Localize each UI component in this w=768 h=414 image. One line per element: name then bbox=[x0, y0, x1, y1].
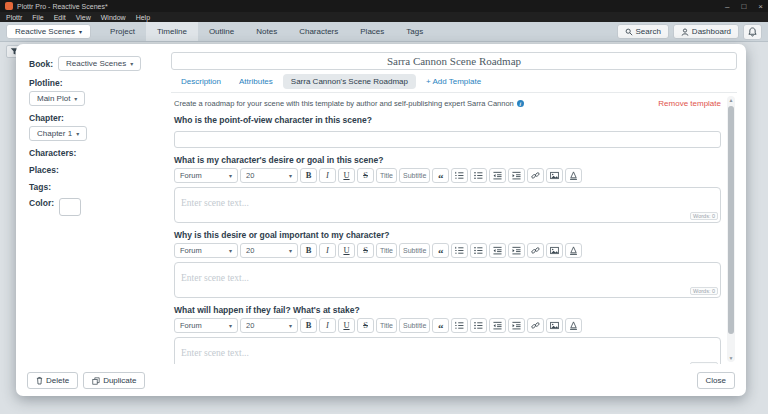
image-button[interactable] bbox=[546, 243, 563, 258]
word-count-badge: Words: 0 bbox=[690, 287, 718, 295]
nav-tab-characters[interactable]: Characters bbox=[288, 22, 349, 41]
rce-editor-area[interactable]: Enter scene text... Words: 0 bbox=[174, 262, 721, 298]
title-style-button[interactable]: Title bbox=[376, 318, 397, 333]
outdent-button[interactable] bbox=[489, 318, 506, 333]
nav-tab-timeline[interactable]: Timeline bbox=[146, 22, 198, 41]
menu-edit[interactable]: Edit bbox=[54, 14, 66, 21]
font-family-select[interactable]: Forum ▾ bbox=[174, 168, 238, 183]
link-button[interactable] bbox=[527, 168, 544, 183]
maximize-button[interactable]: □ bbox=[741, 2, 746, 11]
text-color-button[interactable] bbox=[565, 168, 582, 183]
characters-label[interactable]: Characters: bbox=[29, 148, 76, 158]
blockquote-button[interactable]: “ bbox=[432, 168, 449, 183]
info-icon[interactable]: i bbox=[517, 100, 524, 107]
card-tab[interactable]: + Add Template bbox=[418, 74, 489, 89]
minimize-button[interactable]: – bbox=[725, 2, 729, 11]
italic-button[interactable]: I bbox=[319, 318, 336, 333]
duplicate-button[interactable]: Duplicate bbox=[83, 372, 145, 389]
underline-button[interactable]: U bbox=[338, 318, 355, 333]
dashboard-button[interactable]: Dashboard bbox=[673, 24, 739, 39]
bold-button[interactable]: B bbox=[300, 168, 317, 183]
strikethrough-button[interactable]: S bbox=[357, 168, 374, 183]
strikethrough-button[interactable]: S bbox=[357, 318, 374, 333]
numbered-list-button[interactable] bbox=[451, 168, 468, 183]
menu-plottr[interactable]: Plottr bbox=[6, 14, 22, 21]
question-block: Who is the point-of-view character in th… bbox=[174, 115, 721, 148]
outdent-button[interactable] bbox=[489, 243, 506, 258]
search-button[interactable]: Search bbox=[617, 24, 669, 39]
card-tab[interactable]: Sarra Cannon's Scene Roadmap bbox=[283, 74, 416, 89]
close-window-button[interactable]: × bbox=[758, 2, 763, 11]
numbered-list-button[interactable] bbox=[451, 243, 468, 258]
subtitle-style-button[interactable]: Subtitle bbox=[399, 243, 430, 258]
rce-editor-area[interactable]: Enter scene text... Words: 0 bbox=[174, 337, 721, 365]
tags-label[interactable]: Tags: bbox=[29, 182, 51, 192]
menu-window[interactable]: Window bbox=[101, 14, 126, 21]
title-style-button[interactable]: Title bbox=[376, 243, 397, 258]
nav-tab-notes[interactable]: Notes bbox=[245, 22, 288, 41]
underline-button[interactable]: U bbox=[338, 243, 355, 258]
places-label[interactable]: Places: bbox=[29, 165, 59, 175]
nav-tab-outline[interactable]: Outline bbox=[198, 22, 245, 41]
title-style-button[interactable]: Title bbox=[376, 168, 397, 183]
book-select[interactable]: Reactive Scenes ▾ bbox=[58, 56, 141, 71]
card-tab[interactable]: Attributes bbox=[231, 74, 281, 89]
scroll-up-arrow-icon[interactable]: ▲ bbox=[727, 96, 735, 104]
chapter-select[interactable]: Chapter 1 ▾ bbox=[29, 126, 87, 141]
color-swatch-picker[interactable] bbox=[59, 198, 81, 216]
subtitle-style-button[interactable]: Subtitle bbox=[399, 318, 430, 333]
indent-button[interactable] bbox=[508, 318, 525, 333]
outdent-button[interactable] bbox=[489, 168, 506, 183]
bulleted-list-button[interactable] bbox=[470, 243, 487, 258]
numbered-list-button[interactable] bbox=[451, 318, 468, 333]
remove-template-link[interactable]: Remove template bbox=[658, 99, 721, 108]
text-color-button[interactable] bbox=[565, 318, 582, 333]
scroll-down-arrow-icon[interactable]: ▼ bbox=[727, 354, 735, 362]
font-family-select[interactable]: Forum ▾ bbox=[174, 318, 238, 333]
color-label: Color: bbox=[29, 198, 54, 208]
scrollbar-thumb[interactable] bbox=[728, 106, 734, 334]
card-tab[interactable]: Description bbox=[173, 74, 229, 89]
underline-button[interactable]: U bbox=[338, 168, 355, 183]
subtitle-style-button[interactable]: Subtitle bbox=[399, 168, 430, 183]
link-button[interactable] bbox=[527, 243, 544, 258]
menu-file[interactable]: File bbox=[32, 14, 43, 21]
font-size-select[interactable]: 20 ▾ bbox=[240, 168, 298, 183]
bold-button[interactable]: B bbox=[300, 318, 317, 333]
plotline-select[interactable]: Main Plot ▾ bbox=[29, 91, 85, 106]
rce-toolbar: Forum ▾ 20 ▾ B I U S Title Subtitle “ bbox=[174, 243, 721, 258]
nav-tab-project[interactable]: Project bbox=[99, 22, 146, 41]
notifications-button[interactable] bbox=[743, 24, 762, 40]
indent-button[interactable] bbox=[508, 168, 525, 183]
font-size-select[interactable]: 20 ▾ bbox=[240, 318, 298, 333]
font-family-value: Forum bbox=[180, 171, 202, 180]
scene-details-dialog: Book: Reactive Scenes ▾ Plotline: Main P… bbox=[16, 44, 746, 396]
scene-title-input[interactable] bbox=[171, 52, 737, 70]
nav-tab-tags[interactable]: Tags bbox=[395, 22, 434, 41]
question-answer-input[interactable] bbox=[174, 131, 721, 148]
content-scrollbar[interactable]: ▲ ▼ bbox=[727, 96, 735, 362]
font-family-select[interactable]: Forum ▾ bbox=[174, 243, 238, 258]
bulleted-list-button[interactable] bbox=[470, 168, 487, 183]
link-button[interactable] bbox=[527, 318, 544, 333]
question-body bbox=[174, 128, 721, 148]
image-button[interactable] bbox=[546, 318, 563, 333]
italic-button[interactable]: I bbox=[319, 168, 336, 183]
blockquote-button[interactable]: “ bbox=[432, 318, 449, 333]
menu-help[interactable]: Help bbox=[136, 14, 150, 21]
blockquote-button[interactable]: “ bbox=[432, 243, 449, 258]
bold-button[interactable]: B bbox=[300, 243, 317, 258]
delete-button[interactable]: Delete bbox=[27, 372, 78, 389]
nav-tab-places[interactable]: Places bbox=[349, 22, 395, 41]
font-size-select[interactable]: 20 ▾ bbox=[240, 243, 298, 258]
menu-view[interactable]: View bbox=[76, 14, 91, 21]
indent-button[interactable] bbox=[508, 243, 525, 258]
text-color-button[interactable] bbox=[565, 243, 582, 258]
image-button[interactable] bbox=[546, 168, 563, 183]
book-switcher-dropdown[interactable]: Reactive Scenes ▾ bbox=[6, 24, 91, 39]
close-button[interactable]: Close bbox=[697, 372, 735, 389]
italic-button[interactable]: I bbox=[319, 243, 336, 258]
rce-editor-area[interactable]: Enter scene text... Words: 0 bbox=[174, 187, 721, 223]
bulleted-list-button[interactable] bbox=[470, 318, 487, 333]
strikethrough-button[interactable]: S bbox=[357, 243, 374, 258]
